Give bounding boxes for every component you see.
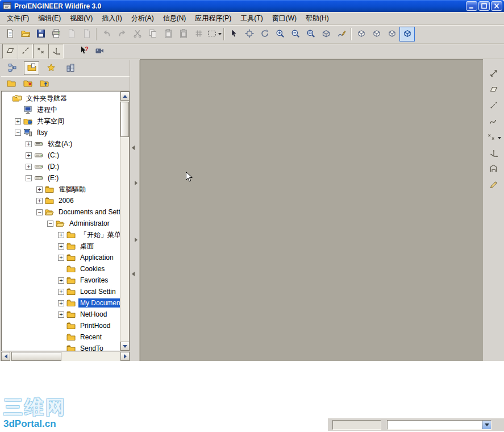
datum-axes-toggle[interactable] xyxy=(18,44,33,59)
combo-value[interactable] xyxy=(388,421,482,429)
datum-curve-tool-button[interactable] xyxy=(486,115,502,129)
expand-panel-arrow[interactable] xyxy=(135,238,138,242)
tree-item[interactable]: +My Documents xyxy=(2,297,120,309)
print-button[interactable] xyxy=(48,27,64,41)
tab-connections[interactable] xyxy=(63,61,78,75)
expand-icon[interactable]: + xyxy=(58,255,64,261)
expand-icon[interactable]: + xyxy=(58,289,64,295)
dropdown-arrow-icon[interactable] xyxy=(498,137,501,139)
datum-points-toggle[interactable] xyxy=(33,44,48,59)
scroll-down-button[interactable] xyxy=(120,342,130,351)
tree-item-label[interactable]: Application xyxy=(78,253,115,262)
horizontal-scrollbar[interactable] xyxy=(1,352,130,361)
model-player-button[interactable] xyxy=(91,44,107,59)
tree-item-label[interactable]: Administrator xyxy=(68,219,111,228)
menu-help[interactable]: 帮助(H) xyxy=(301,12,334,25)
datum-csys-tool-button[interactable] xyxy=(486,147,502,161)
panel-splitter[interactable] xyxy=(130,60,140,361)
tab-model-tree[interactable] xyxy=(5,61,20,75)
scroll-left-button[interactable] xyxy=(1,352,10,361)
scroll-track-h[interactable] xyxy=(10,352,120,361)
tree-item[interactable]: −(E:) xyxy=(2,172,120,184)
select-items-button[interactable] xyxy=(226,27,241,41)
zoom-in-button[interactable] xyxy=(272,27,288,41)
tree-item-label[interactable]: Documents and Setti xyxy=(57,207,120,217)
spin-center-button[interactable] xyxy=(257,27,272,41)
tree-item[interactable]: +2006 xyxy=(2,195,120,206)
close-button[interactable] xyxy=(491,1,502,11)
selection-filter-combo[interactable] xyxy=(387,420,491,430)
expand-icon[interactable]: + xyxy=(15,118,21,124)
collapse-icon[interactable]: − xyxy=(15,130,21,136)
refit-button[interactable] xyxy=(303,27,318,41)
collapse-icon[interactable]: − xyxy=(26,175,32,181)
tree-item-label[interactable]: 共享空间 xyxy=(35,116,66,127)
tree-item-label[interactable]: 进程中 xyxy=(35,105,59,115)
tree-item-label[interactable]: Local Settin xyxy=(78,287,118,296)
tree-item[interactable]: +「开始」菜单 xyxy=(2,229,120,240)
datum-point-tool-button[interactable] xyxy=(486,131,502,145)
datum-plane-tool-button[interactable] xyxy=(486,83,502,97)
tree-item[interactable]: −ftsy xyxy=(2,127,120,138)
tree-item[interactable]: +软盘(A:) xyxy=(2,138,120,149)
combo-dropdown-button[interactable] xyxy=(482,421,491,429)
tree-item-label[interactable]: 電腦驅動 xyxy=(57,184,88,195)
datum-display-button[interactable] xyxy=(399,27,415,41)
tree-item-label[interactable]: (D:) xyxy=(46,162,61,171)
tree-item-label[interactable]: Recent xyxy=(78,333,103,342)
scroll-track[interactable] xyxy=(120,101,129,342)
new-folder-button[interactable] xyxy=(4,77,19,90)
display-style-button[interactable] xyxy=(384,27,399,41)
tree-item[interactable]: Cookies xyxy=(2,263,120,275)
tree-item[interactable]: +桌面 xyxy=(2,240,120,252)
tree-item-label[interactable]: (E:) xyxy=(46,173,60,182)
collapse-panel-arrow[interactable] xyxy=(132,272,135,276)
scroll-thumb-h[interactable] xyxy=(11,352,61,361)
up-one-level-button[interactable] xyxy=(37,77,52,90)
tree-item[interactable]: +Favorites xyxy=(2,275,120,286)
tree-item[interactable]: 进程中 xyxy=(2,104,120,115)
minimize-button[interactable] xyxy=(466,1,477,11)
expand-icon[interactable]: + xyxy=(26,141,32,147)
new-file-button[interactable] xyxy=(2,27,18,41)
find-button[interactable] xyxy=(241,27,257,41)
tree-item[interactable]: +NetHood xyxy=(2,309,120,320)
expand-icon[interactable]: + xyxy=(26,164,32,170)
window-activate-button[interactable] xyxy=(353,27,369,41)
tree-item[interactable]: +共享空间 xyxy=(2,115,120,127)
tree-item[interactable]: +電腦驅動 xyxy=(2,184,120,195)
tree-item[interactable]: +Local Settin xyxy=(2,286,120,297)
tree-item-label[interactable]: Cookies xyxy=(78,264,106,273)
menu-applications[interactable]: 应用程序(P) xyxy=(190,12,236,25)
titlebar[interactable]: Pro/ENGINEER Wildfire 3.0 xyxy=(0,0,504,12)
reorient-button[interactable] xyxy=(318,27,334,41)
expand-icon[interactable]: + xyxy=(58,311,64,318)
tree-item[interactable]: 文件夹导航器 xyxy=(2,93,120,104)
menu-edit[interactable]: 编辑(E) xyxy=(34,12,65,25)
repaint-button[interactable] xyxy=(334,27,349,41)
datum-csys-toggle[interactable] xyxy=(48,44,64,59)
vertical-scrollbar[interactable] xyxy=(120,92,129,351)
expand-icon[interactable]: + xyxy=(26,152,32,159)
tree-item-label[interactable]: 「开始」菜单 xyxy=(78,230,120,240)
menu-info[interactable]: 信息(N) xyxy=(159,12,191,25)
tree-item-label[interactable]: 文件夹导航器 xyxy=(24,93,69,104)
tree-item-label[interactable]: 2006 xyxy=(57,196,76,205)
menu-analysis[interactable]: 分析(A) xyxy=(127,12,159,25)
folder-tree-view[interactable]: 文件夹导航器进程中+共享空间−ftsy+软盘(A:)+(C:)+(D:)−(E:… xyxy=(2,92,120,351)
selection-filter-button[interactable] xyxy=(206,27,222,41)
tree-item-label[interactable]: 桌面 xyxy=(78,241,95,252)
tree-item[interactable]: SendTo xyxy=(2,343,120,351)
menu-file[interactable]: 文件(F) xyxy=(2,12,34,25)
collapse-icon[interactable]: − xyxy=(36,209,43,215)
collapse-icon[interactable]: − xyxy=(47,221,53,227)
tab-favorites[interactable] xyxy=(43,61,59,75)
scroll-thumb[interactable] xyxy=(120,102,129,137)
open-file-button[interactable] xyxy=(18,27,33,41)
tree-item-label[interactable]: Favorites xyxy=(78,276,110,285)
tree-item-label[interactable]: PrintHood xyxy=(78,321,112,330)
tree-item-label[interactable]: 软盘(A:) xyxy=(46,139,74,149)
tree-item-label[interactable]: My Documents xyxy=(78,298,120,308)
graphics-area[interactable] xyxy=(140,59,483,361)
save-button[interactable] xyxy=(33,27,48,41)
